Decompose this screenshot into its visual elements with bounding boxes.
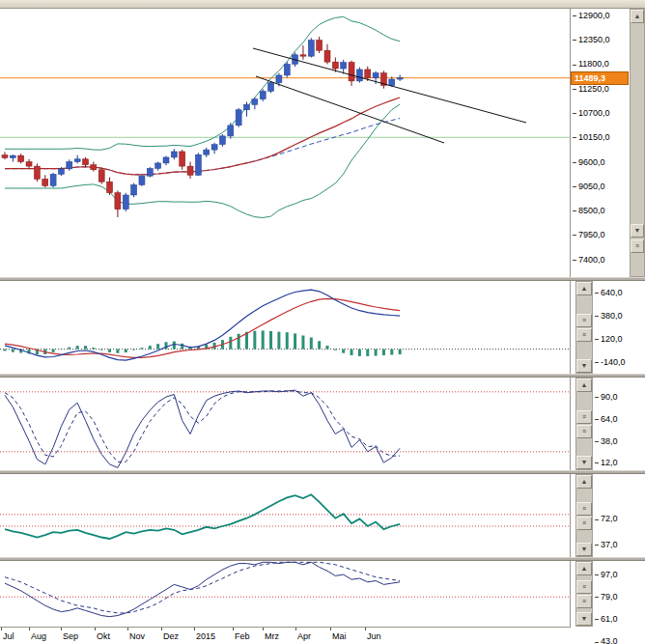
chart-menu-button[interactable]: ≡ [631,239,644,253]
month-tick [194,628,195,630]
y-tick-label: 37,0 [595,541,618,549]
y-tick-label: 7950,0 [573,231,605,239]
panel-grip-button[interactable]: ≡ [576,595,592,608]
month-label: 2015 [196,631,215,641]
grip-icon: ≡ [582,317,586,323]
oscillator-chart[interactable] [0,474,571,557]
tick-mark [595,642,599,643]
toolbar-strip [0,0,645,9]
price-chart[interactable] [0,9,571,277]
scroll-down-button[interactable]: ▼ [576,456,592,469]
month-label: Mai [332,631,347,641]
tick-mark [595,441,599,442]
tick-mark [595,545,599,546]
y-tick-label: 11250,0 [573,85,609,94]
month-tick [161,628,162,630]
tick-mark [595,574,599,575]
main-chart-scrollbar[interactable]: ▲ ▼ ≡ [630,9,645,277]
y-tick-label: 9600,0 [573,158,605,167]
y-tick-label: 8500,0 [573,207,605,215]
down-arrow-icon: ▼ [581,459,588,465]
y-tick-label: 7400,0 [573,256,605,265]
y-tick-label: 120,0 [595,335,623,344]
grip-icon: ≡ [582,583,586,590]
panel-grip-button[interactable]: ≡ [576,328,592,342]
tick-mark [595,339,599,340]
chart-workspace: 12900,012350,011800,011250,010700,010150… [0,0,645,644]
grip-icon: ≡ [582,413,586,420]
panel-grip-button[interactable]: ≡ [576,517,592,530]
y-tick-label: 72,0 [595,515,618,523]
tick-mark [595,462,599,463]
scroll-up-button[interactable]: ▲ [576,282,592,295]
y-tick-label: 10700,0 [573,109,610,118]
stochastic-panel-scrollbar: ▲ ≡ ≡ ▼ [575,378,593,470]
time-axis: JulAugSepOktNovDez2015FebMrzAprMaiJun [0,627,571,644]
month-label: Apr [297,631,311,641]
tick-mark [595,362,599,363]
y-tick-label: 12,0 [595,459,618,467]
grip-icon: ≡ [582,428,586,434]
panel-grip-button[interactable]: ≡ [576,502,592,516]
month-label: Okt [97,631,110,641]
month-tick [263,628,264,630]
stochastic-chart[interactable] [0,378,571,470]
slow-stochastic-chart[interactable] [0,561,571,627]
y-tick-label: 79,0 [595,593,618,602]
month-label: Jul [3,631,14,641]
y-tick-label: -140,0 [595,358,626,367]
scroll-down-button[interactable]: ▼ [576,359,592,373]
panel-grip-button[interactable]: ≡ [576,580,592,594]
panel-grip-button[interactable]: ≡ [576,314,592,327]
scroll-down-button[interactable]: ▼ [576,612,592,626]
y-tick-label: 11800,0 [573,60,609,69]
month-label: Sep [63,631,78,641]
panel-grip-button[interactable]: ≡ [576,425,592,438]
last-price-badge: 11489,3 [571,71,629,85]
grip-icon: ≡ [635,242,639,249]
month-tick [95,628,96,630]
scroll-up-button[interactable]: ▲ [576,378,592,392]
macd-panel-scrollbar: ▲ ≡ ≡ ▼ [575,281,593,374]
panel-splitter[interactable] [0,557,645,561]
scroll-down-button[interactable]: ▼ [631,224,644,238]
tick-mark [595,397,599,398]
y-tick-label: 38,0 [595,437,618,446]
month-tick [295,628,296,630]
down-arrow-icon: ▼ [581,615,588,622]
panel-splitter[interactable] [0,374,645,378]
panel-splitter[interactable] [0,470,645,474]
scroll-up-button[interactable]: ▲ [631,10,644,23]
up-arrow-icon: ▲ [581,285,588,292]
oscillator-panel-scrollbar: ▲ ≡ ≡ ▼ [575,474,593,557]
scroll-down-button[interactable]: ▼ [576,543,592,556]
tick-mark [573,137,576,138]
macd-axis: 640,0380,0120,0-140,0 [593,281,645,374]
tick-mark [573,162,576,163]
tick-mark [595,619,599,620]
panel-grip-button[interactable]: ≡ [576,410,592,424]
up-arrow-icon: ▲ [634,13,641,19]
macd-chart[interactable] [0,281,571,374]
scroll-up-button[interactable]: ▲ [576,475,592,489]
tick-mark [595,519,599,520]
month-tick [127,628,128,630]
tick-mark [573,15,576,16]
price-axis: 12900,012350,011800,011250,010700,010150… [571,9,630,277]
tick-mark [595,316,599,317]
tick-mark [595,419,599,420]
stochastic-axis: 90,064,038,012,0 [593,378,645,470]
month-label: Feb [235,631,250,641]
scroll-up-button[interactable]: ▲ [576,562,592,575]
month-tick [365,628,366,630]
y-tick-label: 380,0 [595,312,623,321]
down-arrow-icon: ▼ [634,227,641,234]
up-arrow-icon: ▲ [581,565,588,572]
panel-splitter[interactable] [0,277,645,281]
tick-mark [573,186,576,187]
y-tick-label: 90,0 [595,393,618,402]
month-label: Mrz [265,631,279,641]
slow-stochastic-panel-scrollbar: ▲ ≡ ≡ ▼ [575,561,593,627]
down-arrow-icon: ▼ [581,546,588,552]
y-tick-label: 97,0 [595,571,618,579]
